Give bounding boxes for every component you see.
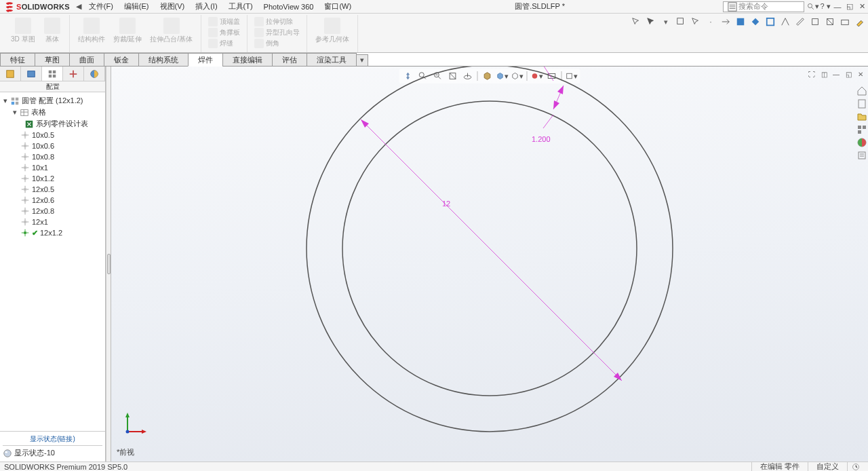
menu-edit[interactable]: 编辑(E): [119, 0, 155, 13]
ribbon-select-icon[interactable]: [631, 16, 642, 27]
ribbon-extrude[interactable]: 拉伸凸台/基体: [146, 16, 197, 44]
ribbon-refgeom[interactable]: 参考几何体: [311, 16, 353, 44]
vp-close[interactable]: ✕: [856, 69, 865, 79]
tree-config-item[interactable]: 10x0.5: [1, 130, 104, 140]
window-restore[interactable]: ◱: [844, 0, 856, 14]
tree-config-item[interactable]: 12x1: [1, 216, 104, 227]
vp-split-icon[interactable]: ◫: [819, 69, 829, 79]
tree-design-table[interactable]: 系列零件设计表: [1, 118, 104, 130]
ribbon-shape1-icon[interactable]: [810, 16, 821, 27]
tp-resources-icon[interactable]: [856, 98, 867, 109]
tp-library-icon[interactable]: [856, 111, 867, 122]
tab-structsys[interactable]: 结构系统: [138, 53, 189, 67]
view-triad[interactable]: [121, 411, 148, 438]
ribbon-dropdown-icon[interactable]: ▾: [660, 16, 671, 27]
ribbon-gusset[interactable]: 角撑板: [205, 27, 243, 38]
ribbon-origin-icon[interactable]: [780, 16, 791, 27]
tab-sheetmetal[interactable]: 钣金: [104, 53, 139, 67]
tree-config-item[interactable]: 10x1: [1, 162, 104, 173]
mgr-tab-config[interactable]: [42, 67, 63, 81]
tp-home-icon[interactable]: [856, 86, 867, 96]
menu-view[interactable]: 视图(V): [155, 0, 191, 13]
ribbon-blue3-icon[interactable]: [765, 16, 776, 27]
tab-sketch[interactable]: 草图: [35, 53, 70, 67]
menu-file[interactable]: 文件(F): [83, 0, 119, 13]
svg-rect-2: [677, 18, 684, 24]
graphics-viewport[interactable]: ▾ ▾ ▾ ▾ ⛶ ◫ — ◱ ✕: [111, 67, 868, 461]
window-close[interactable]: ✕: [856, 0, 868, 14]
tree-config-item[interactable]: 10x1.2: [1, 173, 104, 184]
vp-minimize[interactable]: —: [831, 69, 841, 79]
twisty-icon[interactable]: ▾: [1, 97, 9, 105]
ribbon-cut[interactable]: 拉伸切除: [252, 16, 302, 27]
ribbon-blue1-icon[interactable]: [735, 16, 746, 27]
tab-weldments[interactable]: 焊件: [188, 53, 223, 67]
ribbon-dash-icon[interactable]: ·: [705, 16, 716, 27]
mgr-tab-dimxpert[interactable]: [63, 67, 84, 81]
twisty-icon[interactable]: ▾: [11, 109, 19, 117]
tab-surface[interactable]: 曲面: [69, 53, 104, 67]
diameter-dim-line[interactable]: [361, 119, 622, 381]
vp-maximize[interactable]: ◱: [844, 69, 853, 79]
vp-link-icon[interactable]: ⛶: [807, 69, 816, 79]
tab-directedit[interactable]: 直接编辑: [222, 53, 273, 67]
ribbon-pointer-icon[interactable]: [690, 16, 701, 27]
svg-rect-41: [863, 126, 866, 129]
ribbon-select2-icon[interactable]: [646, 16, 656, 27]
feature-tabs: 特征 草图 曲面 钣金 结构系统 焊件 直接编辑 评估 渲染工具 ▾: [0, 53, 868, 67]
tab-evaluate[interactable]: 评估: [272, 53, 307, 67]
tp-appearances-icon[interactable]: [856, 137, 867, 148]
tree-config-item[interactable]: 10x0.6: [1, 140, 104, 151]
ribbon-flyout: ▾ ·: [631, 16, 865, 27]
tree-config-item[interactable]: 12x0.8: [1, 206, 104, 216]
svg-rect-22: [24, 155, 26, 158]
ribbon-hole[interactable]: 异型孔向导: [252, 27, 302, 38]
thickness-dim-text[interactable]: 1.200: [532, 135, 551, 143]
ribbon-endcap[interactable]: 顶端盖: [205, 16, 243, 27]
menu-tools[interactable]: 工具(T): [223, 0, 258, 13]
menu-collapse-arrow[interactable]: ◀: [74, 2, 83, 11]
ribbon-blue2-icon[interactable]: [750, 16, 761, 27]
tab-features[interactable]: 特征: [0, 53, 35, 67]
mgr-tab-display[interactable]: [84, 67, 105, 81]
ribbon-highlight-icon[interactable]: [854, 16, 865, 27]
tree-config-item[interactable]: 12x0.5: [1, 184, 104, 195]
ribbon-3dsketch[interactable]: 3D 草图: [7, 16, 39, 44]
tree-config-item[interactable]: 12x0.6: [1, 195, 104, 206]
ribbon-leader-icon[interactable]: [720, 16, 731, 27]
tree-root[interactable]: ▾ 圆管 配置 (12x1.2): [1, 95, 104, 107]
config-label: 10x1: [32, 164, 48, 172]
ribbon-marker-icon[interactable]: [675, 16, 686, 27]
menu-window[interactable]: 窗口(W): [319, 0, 357, 13]
mgr-tab-feature[interactable]: [0, 67, 21, 81]
status-rebuild-icon[interactable]: [847, 462, 864, 471]
command-search[interactable]: 搜索命令: [723, 1, 804, 12]
window-minimize[interactable]: —: [831, 0, 844, 14]
tree-config-item[interactable]: 10x0.8: [1, 151, 104, 162]
tree-tables[interactable]: ▾ 表格: [1, 107, 104, 118]
tp-view-palette-icon[interactable]: [856, 124, 867, 135]
ribbon-structmember[interactable]: 结构构件: [74, 16, 109, 44]
splitter[interactable]: [106, 67, 111, 461]
tp-custom-props-icon[interactable]: [856, 150, 867, 161]
tab-overflow[interactable]: ▾: [356, 54, 368, 66]
ribbon-trim[interactable]: 剪裁/延伸: [109, 16, 146, 44]
help-dropdown[interactable]: ? ▾: [819, 0, 831, 14]
ribbon-base[interactable]: 基体: [39, 16, 65, 44]
menu-insert[interactable]: 插入(I): [190, 0, 222, 13]
tab-render[interactable]: 渲染工具: [307, 53, 357, 67]
menu-photoview[interactable]: PhotoView 360: [258, 0, 319, 13]
search-placeholder: 搜索命令: [738, 1, 768, 12]
status-custom[interactable]: 自定义: [808, 462, 847, 471]
display-state-item[interactable]: 显示状态-10: [3, 447, 102, 459]
ribbon-chamfer[interactable]: 倒角: [252, 38, 302, 49]
ribbon-shape3-icon[interactable]: [840, 16, 850, 27]
mgr-tab-property[interactable]: [21, 67, 42, 81]
diameter-dim-text[interactable]: 12: [442, 200, 450, 208]
ribbon-ruler-icon[interactable]: [795, 16, 806, 27]
tree-config-item[interactable]: ✔12x1.2: [1, 227, 104, 238]
search-dropdown[interactable]: ▾: [807, 0, 819, 14]
ribbon-weldbead[interactable]: 焊缝: [205, 38, 243, 49]
solidworks-icon: [4, 1, 15, 12]
ribbon-shape2-icon[interactable]: [825, 16, 835, 27]
